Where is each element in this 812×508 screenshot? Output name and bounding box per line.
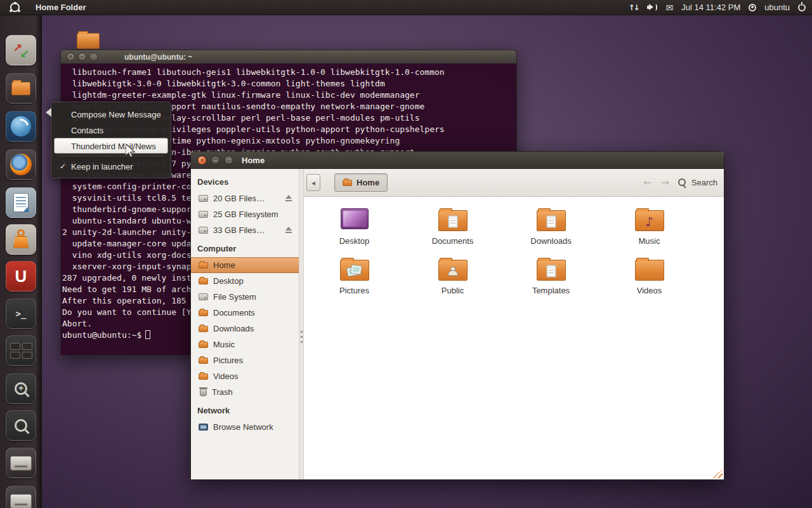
zoom-in-icon: [15, 382, 27, 395]
window-title: Home: [242, 156, 265, 165]
file-manager-titlebar[interactable]: × – □ Home: [191, 152, 724, 169]
breadcrumb-label: Home: [357, 178, 379, 187]
power-indicator-icon[interactable]: [798, 4, 806, 11]
messaging-indicator-icon[interactable]: ✉: [666, 3, 674, 13]
sidebar-item-downloads[interactable]: Downloads: [191, 321, 299, 337]
window-minimize-button[interactable]: –: [211, 156, 220, 165]
libreoffice-writer-icon: [13, 193, 29, 212]
session-indicator-icon[interactable]: [749, 4, 756, 11]
eject-icon[interactable]: [285, 227, 292, 234]
path-scroll-left-button[interactable]: ◂: [306, 174, 320, 191]
launcher-item-software-center[interactable]: [6, 224, 36, 255]
window-maximize-button[interactable]: □: [224, 156, 233, 165]
window-close-button[interactable]: ×: [197, 156, 207, 165]
launcher-item-terminal[interactable]: >_: [6, 298, 36, 329]
file-icon-downloads[interactable]: Downloads: [502, 203, 600, 253]
sidebar-header-computer: Computer: [191, 241, 299, 257]
file-icon-pictures[interactable]: Pictures: [305, 253, 403, 302]
launcher-item-ubuntu-one[interactable]: U: [6, 261, 36, 291]
quicklist-item-label: Keep in launcher: [71, 162, 133, 171]
folder-icon: [438, 210, 468, 231]
launcher-item-disk-1[interactable]: [6, 448, 36, 478]
quicklist-item-thunderbird[interactable]: Thunderbird Mail/News: [54, 138, 168, 154]
sidebar-item-pictures[interactable]: Pictures: [191, 352, 299, 368]
pane-divider[interactable]: [299, 169, 304, 479]
sidebar-item-music[interactable]: Music: [191, 337, 299, 352]
launcher-item-disk-2[interactable]: [6, 486, 36, 508]
quicklist-item-compose[interactable]: Compose New Message: [54, 106, 168, 122]
folder-icon: [199, 262, 208, 269]
search-button[interactable]: Search: [678, 178, 717, 187]
sidebar-item-volume-25gb[interactable]: 25 GB Filesystem: [191, 206, 299, 222]
sidebar-item-label: Documents: [213, 308, 255, 318]
network-indicator-icon[interactable]: ↑↓: [628, 3, 638, 12]
sidebar-item-label: Videos: [213, 371, 239, 381]
terminal-close-button[interactable]: ×: [67, 53, 75, 61]
sidebar-item-label: Music: [213, 340, 235, 349]
username-indicator[interactable]: ubuntu: [764, 3, 790, 12]
folder-icon: [537, 210, 566, 231]
file-manager-window[interactable]: × – □ Home Devices 20 GB Files… 25 GB Fi…: [190, 151, 724, 480]
launcher-item-update-manager[interactable]: → →: [6, 35, 36, 65]
sidebar-item-label: Trash: [212, 387, 233, 397]
sidebar-item-home[interactable]: Home: [191, 257, 299, 273]
disk-drive-icon: [10, 456, 32, 471]
launcher-item-home-folder[interactable]: [6, 73, 36, 104]
quicklist-pointer-icon: [46, 108, 51, 117]
sidebar-item-browse-network[interactable]: Browse Network: [191, 419, 299, 435]
terminal-title: ubuntu@ubuntu: ~: [124, 53, 192, 62]
sidebar-item-videos[interactable]: Videos: [191, 368, 299, 384]
folder-icon: [199, 326, 208, 332]
quicklist-item-contacts[interactable]: Contacts: [54, 122, 168, 138]
sidebar-item-label: Pictures: [213, 356, 243, 365]
volume-indicator-icon[interactable]: [647, 3, 658, 11]
file-icon-view[interactable]: Desktop Documents Downloads ♪ Music Pict…: [304, 197, 724, 479]
sidebar-item-volume-20gb[interactable]: 20 GB Files…: [191, 190, 299, 206]
sidebar-item-label: Browse Network: [213, 422, 273, 432]
file-icon-label: Videos: [637, 286, 662, 295]
terminal-line: libwebkitgtk-3.0-0 libwebkitgtk-3.0-comm…: [62, 78, 515, 90]
file-icon-public[interactable]: Public: [403, 253, 502, 302]
ubuntu-logo-icon: [10, 3, 20, 12]
firefox-icon: [10, 154, 32, 175]
launcher-item-workspace-switcher[interactable]: [6, 335, 36, 366]
file-icon-videos[interactable]: Videos: [600, 253, 698, 302]
launcher-item-firefox[interactable]: [6, 149, 36, 180]
forward-button[interactable]: →: [660, 177, 669, 189]
pane-resize-grip[interactable]: [301, 331, 303, 345]
breadcrumb-home-button[interactable]: Home: [334, 173, 388, 192]
ubuntu-home-button[interactable]: [0, 0, 29, 15]
sidebar-item-file-system[interactable]: File System: [191, 289, 299, 305]
sidebar-item-volume-33gb[interactable]: 33 GB Files…: [191, 222, 299, 238]
drive-icon: [199, 293, 208, 300]
launcher-item-thunderbird[interactable]: [6, 111, 36, 142]
clock-indicator[interactable]: Jul 14 11:42 PM: [681, 3, 740, 12]
terminal-maximize-button[interactable]: □: [89, 53, 98, 61]
sidebar-item-trash[interactable]: Trash: [191, 384, 299, 400]
sidebar-item-desktop[interactable]: Desktop: [191, 273, 299, 289]
search-label: Search: [691, 178, 717, 187]
music-note-emblem-icon: ♪: [645, 215, 653, 228]
file-icon-desktop[interactable]: Desktop: [305, 203, 403, 253]
file-icon-templates[interactable]: Templates: [502, 253, 600, 302]
terminal-minimize-button[interactable]: –: [78, 53, 86, 61]
back-button[interactable]: ←: [643, 177, 652, 189]
network-icon: [199, 424, 208, 431]
file-icon-label: Templates: [532, 286, 570, 295]
quicklist-item-keep-in-launcher[interactable]: ✓Keep in launcher: [54, 158, 168, 174]
unity-launcher: → → U >_: [0, 15, 42, 508]
drive-icon: [199, 211, 208, 218]
file-icon-music[interactable]: ♪ Music: [600, 203, 698, 253]
folder-icon: [199, 342, 208, 348]
eject-icon[interactable]: [285, 195, 292, 202]
file-icon-documents[interactable]: Documents: [403, 203, 502, 253]
terminal-titlebar[interactable]: × – □ ubuntu@ubuntu: ~: [60, 50, 517, 64]
desktop-folder-icon[interactable]: [77, 33, 100, 49]
photos-emblem-icon: [348, 266, 362, 277]
launcher-item-magnifier-plus[interactable]: [6, 373, 36, 404]
launcher-item-magnifier[interactable]: [6, 410, 36, 441]
sidebar-item-documents[interactable]: Documents: [191, 305, 299, 321]
launcher-item-libreoffice-writer[interactable]: [6, 187, 36, 218]
folder-icon: ♪: [635, 210, 664, 231]
folder-icon: [340, 260, 369, 281]
